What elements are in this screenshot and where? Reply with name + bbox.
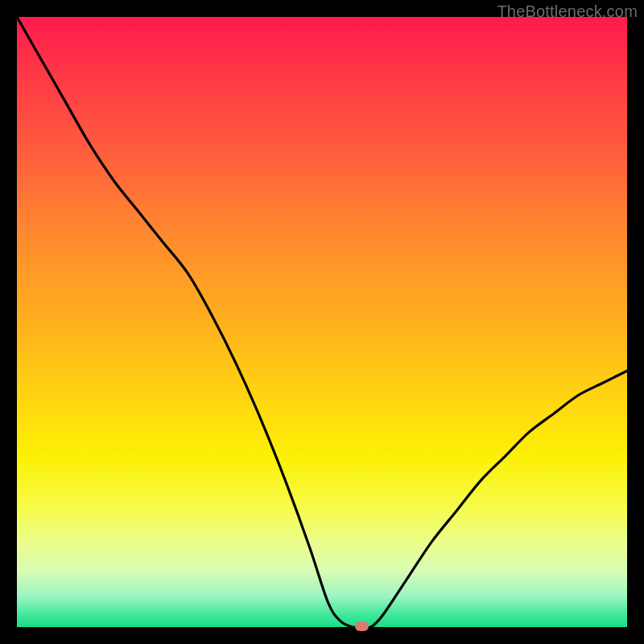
optimum-marker — [355, 621, 369, 631]
chart-plot-area — [17, 17, 627, 627]
watermark-text: TheBottleneck.com — [497, 2, 638, 21]
curve-path — [17, 17, 627, 627]
bottleneck-curve — [17, 17, 627, 627]
